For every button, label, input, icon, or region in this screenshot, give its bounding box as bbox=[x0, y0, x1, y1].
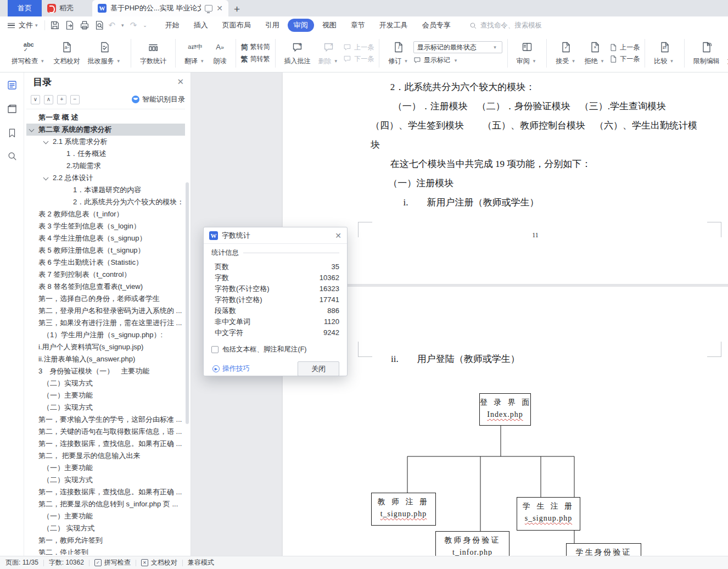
toc-item[interactable]: i.用户个人资料填写(s_signup.jsp) bbox=[26, 341, 185, 353]
chevron-down-icon[interactable] bbox=[43, 139, 49, 144]
toc-item[interactable]: 2.功能需求 bbox=[26, 160, 185, 172]
insert-comment-button[interactable]: + 插入批注 bbox=[281, 41, 315, 66]
file-menu[interactable]: 文件 bbox=[19, 20, 33, 30]
save-button[interactable] bbox=[49, 20, 60, 31]
toc-panel-icon[interactable] bbox=[6, 79, 18, 91]
accept-button[interactable]: ✓ 接受▾ bbox=[552, 41, 581, 66]
dialog-close-icon[interactable]: ✕ bbox=[335, 232, 341, 239]
toc-item[interactable]: 2.1 系统需求分析 bbox=[26, 136, 185, 148]
toc-item[interactable]: 第二，登录用户名和登录密码为进入系统的 ... bbox=[26, 305, 185, 317]
close-button[interactable]: 关闭 bbox=[298, 361, 339, 376]
toc-item[interactable]: 第三，如果没有进行注册，需在这里进行注 ... bbox=[26, 317, 185, 329]
tab-page-layout[interactable]: 页面布局 bbox=[216, 19, 257, 32]
tab-dev-tools[interactable]: 开发工具 bbox=[373, 19, 414, 32]
compare-button[interactable]: ⇄ 比较▾ bbox=[650, 41, 679, 66]
toc-item[interactable]: （1）学生用户注册（s_signup.php）: bbox=[26, 329, 185, 341]
tab-insert[interactable]: 插入 bbox=[188, 19, 214, 32]
tips-link[interactable]: ▶ 操作技巧 bbox=[212, 364, 250, 373]
toc-item[interactable]: 表 6 学生出勤统计表（Statistic） bbox=[26, 256, 185, 269]
toc-item[interactable]: 第一，教师允许签到 bbox=[26, 534, 185, 546]
toc-zoom-in-button[interactable]: + bbox=[57, 95, 66, 104]
toc-item[interactable]: 表 2 教师信息表（t_infor） bbox=[26, 208, 185, 220]
toc-item[interactable]: 1．任务概述 bbox=[26, 148, 185, 160]
new-tab-button[interactable]: + bbox=[234, 4, 240, 16]
dialog-title-bar[interactable]: W 字数统计 ✕ bbox=[204, 227, 347, 244]
toc-item[interactable]: （一）主要功能 bbox=[26, 462, 185, 474]
tab-view[interactable]: 视图 bbox=[316, 19, 343, 32]
toc-item[interactable]: （一）主要功能 bbox=[26, 389, 185, 401]
toc-item[interactable]: 第一，选择自己的身份，老师或者学生 bbox=[26, 293, 185, 305]
toc-item[interactable]: 2.2 总体设计 bbox=[26, 172, 185, 184]
toc-item[interactable]: 第二，关键的语句在与取得数据库信息，语 ... bbox=[26, 426, 185, 438]
toc-item[interactable]: 第二章 系统的需求分析 bbox=[26, 124, 185, 136]
tab-member[interactable]: 会员专享 bbox=[416, 19, 457, 32]
trad-to-simp-button[interactable]: 简繁转简 bbox=[241, 42, 270, 52]
tab-references[interactable]: 引用 bbox=[259, 19, 285, 32]
spell-check-button[interactable]: abc✓ 拼写检查▾ bbox=[8, 41, 50, 66]
undo-caret-icon[interactable]: ▾ bbox=[121, 23, 124, 28]
tab-home[interactable]: 首页 bbox=[8, 0, 42, 16]
toc-item[interactable]: （二）实现方式 bbox=[26, 401, 185, 414]
tab-docer-store[interactable]: 稻壳 bbox=[42, 0, 88, 16]
toc-item[interactable]: 表 8 替名签到信息查看表(t_view) bbox=[26, 281, 185, 293]
print-preview-button[interactable] bbox=[94, 20, 105, 31]
toc-item[interactable]: 第一，连接数据库，查找信息。如果有正确 ... bbox=[26, 486, 185, 498]
chevron-down-icon[interactable] bbox=[29, 127, 35, 132]
toc-zoom-out-button[interactable]: − bbox=[70, 95, 80, 104]
outline-panel-icon[interactable] bbox=[6, 103, 18, 115]
reject-button[interactable]: × 拒绝▾ bbox=[581, 41, 610, 66]
review-pane-button[interactable]: 审阅▾ bbox=[513, 41, 542, 66]
toc-collapse-all-button[interactable]: ∧ bbox=[44, 95, 53, 104]
translate-button[interactable]: a⇄中 翻译▾ bbox=[181, 41, 210, 66]
chevron-down-icon[interactable] bbox=[43, 175, 49, 181]
compat-mode-indicator[interactable]: 兼容模式 bbox=[188, 558, 214, 567]
toc-close-icon[interactable]: ✕ bbox=[177, 77, 184, 87]
toc-item[interactable]: （二） 实现方式 bbox=[26, 522, 185, 534]
close-tab-icon[interactable]: ✕ bbox=[216, 4, 223, 12]
track-changes-button[interactable]: / 修订▾ bbox=[384, 41, 413, 66]
export-button[interactable] bbox=[64, 20, 75, 31]
command-search[interactable]: 查找命令、搜索模板 bbox=[469, 21, 542, 30]
toc-item[interactable]: 第一章 概 述 bbox=[26, 111, 185, 124]
toc-item[interactable]: 表 5 教师注册信息表（t_signup） bbox=[26, 244, 185, 256]
doc-proof-button[interactable]: a- 文档校对 bbox=[50, 41, 84, 66]
print-button[interactable] bbox=[79, 20, 90, 31]
tab-section[interactable]: 章节 bbox=[345, 19, 371, 32]
file-menu-caret-icon[interactable]: ▾ bbox=[35, 23, 38, 28]
toc-item[interactable]: 第二，把要显示的信息转到 s_infor.php 页 ... bbox=[26, 498, 185, 510]
markup-state-dropdown[interactable]: 显示标记的最终状态▾ bbox=[413, 41, 502, 53]
toc-scrollbar[interactable] bbox=[186, 182, 189, 424]
doc-permission-button[interactable]: 文档权限 bbox=[724, 41, 728, 66]
toc-item[interactable]: （一）主要功能 bbox=[26, 510, 185, 522]
word-count-indicator[interactable]: 字数: 10362 bbox=[49, 558, 84, 567]
simp-to-trad-button[interactable]: 繁简转繁 bbox=[241, 54, 270, 64]
toc-item[interactable]: 2．此系统共分为六个较大的模块： bbox=[26, 196, 185, 208]
toc-item[interactable]: 表 4 学生注册信息表（s_signup） bbox=[26, 232, 185, 244]
undo-icon[interactable]: ↶ bbox=[109, 20, 116, 30]
toc-item[interactable]: 第一，连接数据库，查找信息。如果有正确 ... bbox=[26, 438, 185, 450]
toc-expand-all-button[interactable]: ∨ bbox=[31, 95, 40, 104]
checkbox-unchecked-icon[interactable] bbox=[211, 346, 219, 353]
share-screen-icon[interactable] bbox=[205, 5, 212, 12]
bookmark-panel-icon[interactable] bbox=[7, 127, 18, 138]
show-markup-button[interactable]: 显示标记▾ bbox=[413, 55, 502, 65]
toolbar-collapse-icon[interactable]: ⌄ bbox=[143, 23, 147, 28]
next-comment-button[interactable]: 下一条 bbox=[343, 54, 374, 64]
redo-icon[interactable]: ↷ bbox=[130, 20, 137, 30]
tab-review[interactable]: 审阅 bbox=[288, 19, 314, 32]
tab-document[interactable]: W 基于PHP的公...实现 毕业论文 ✕ bbox=[92, 0, 228, 16]
toc-item[interactable]: 表 7 签到控制表（t_control） bbox=[26, 269, 185, 281]
toc-item[interactable]: 3 身份验证模块（一） 主要功能 bbox=[26, 365, 185, 377]
restrict-edit-button[interactable]: 限制编辑 bbox=[690, 41, 724, 66]
toc-item[interactable]: ii.注册表单输入(s_answer.php) bbox=[26, 353, 185, 365]
word-count-button[interactable]: 字数统计 bbox=[136, 41, 170, 66]
toc-item[interactable]: 表 3 学生签到信息表（s_login） bbox=[26, 220, 185, 232]
toc-item[interactable]: 1．本课题研究的内容 bbox=[26, 184, 185, 196]
toc-item[interactable]: 第二， 把要显示的信息输入出来 bbox=[26, 450, 185, 462]
toc-item[interactable]: （二）实现方式 bbox=[26, 377, 185, 389]
review-service-button[interactable]: 批改服务▾ bbox=[84, 41, 126, 66]
toc-item[interactable]: （二）实现方式 bbox=[26, 474, 185, 486]
search-panel-icon[interactable] bbox=[7, 150, 18, 161]
tab-start[interactable]: 开始 bbox=[159, 19, 186, 32]
prev-change-button[interactable]: 上一条 bbox=[609, 43, 640, 52]
